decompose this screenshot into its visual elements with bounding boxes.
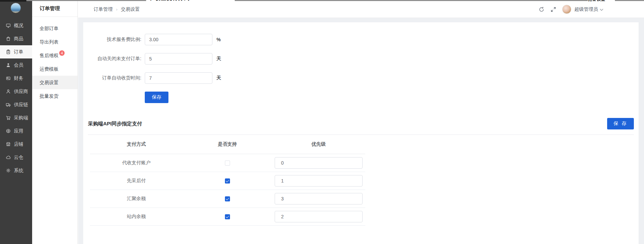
- top-edge-strip: [26, 0, 644, 1]
- submenu-item-export-list[interactable]: 导出列表: [32, 35, 77, 49]
- priority-input[interactable]: [275, 157, 363, 169]
- auto-receive-unit: 天: [216, 75, 221, 81]
- auto-close-label: 自动关闭未支付订单:: [88, 56, 141, 62]
- procurement-icon: [6, 115, 11, 120]
- payment-section-header: 采购端API同步指定支付 保 存: [88, 118, 634, 129]
- main-sidebar: 概况 商品 订单 会员: [0, 0, 32, 244]
- submenu-item-freight-template[interactable]: 运费模板: [32, 62, 77, 76]
- trade-settings-panel: 技术服务费比例: % 自动关闭未支付订单: 天 订单自动收货时间: 天 保存 采…: [83, 22, 639, 244]
- col-header-method: 支付方式: [90, 141, 183, 147]
- submenu-item-after-sales[interactable]: 售后维权4: [32, 49, 77, 62]
- dashboard-icon: [6, 23, 11, 28]
- app-window: 2、设置支付方式 佣金设置 概况 商品 订单: [0, 0, 644, 244]
- payment-method-label: 汇聚余额: [90, 196, 183, 202]
- supplier-icon: [6, 89, 11, 94]
- sidebar-item-cloud-warehouse[interactable]: 云仓: [0, 151, 32, 164]
- sidebar-item-overview[interactable]: 概况: [0, 19, 32, 32]
- fullscreen-icon[interactable]: [550, 6, 556, 13]
- system-icon: [6, 168, 11, 173]
- sidebar-item-members[interactable]: 会员: [0, 58, 32, 72]
- col-header-supported: 是否支持: [183, 141, 272, 147]
- table-row: 站内余额: [90, 208, 365, 226]
- save-settings-button[interactable]: 保存: [145, 92, 168, 103]
- service-fee-input[interactable]: [145, 34, 212, 45]
- supply-chain-icon: [6, 102, 11, 107]
- clipped-text-fragment: 2、设置支付方式: [146, 0, 235, 2]
- user-avatar[interactable]: [562, 5, 571, 14]
- priority-input[interactable]: [275, 175, 363, 187]
- sidebar-item-finance[interactable]: 财务: [0, 72, 32, 85]
- sidebar-item-orders[interactable]: 订单: [0, 45, 32, 58]
- main-nav: 概况 商品 订单 会员: [0, 19, 32, 177]
- finance-icon: [6, 76, 11, 81]
- chevron-down-icon[interactable]: [600, 6, 603, 13]
- submenu-title: 订单管理: [32, 0, 77, 17]
- cloud-icon: [6, 155, 11, 160]
- after-sales-count-badge: 4: [59, 50, 65, 56]
- col-header-priority: 优先级: [272, 141, 365, 147]
- payment-method-label: 代收支付账户: [90, 160, 183, 166]
- submenu-item-all-orders[interactable]: 全部订单: [32, 22, 77, 35]
- topbar-actions: 超级管理员: [538, 5, 603, 14]
- payment-section-title: 采购端API同步指定支付: [88, 121, 142, 127]
- clipped-text-fragment: 佣金设置: [588, 0, 615, 1]
- top-bar: 订单管理 › 交易设置 超级管理员: [78, 1, 644, 18]
- order-icon: [6, 49, 11, 54]
- sidebar-item-shop[interactable]: 店铺: [0, 138, 32, 151]
- table-row: 汇聚余额: [90, 190, 365, 208]
- auto-close-input[interactable]: [145, 53, 212, 65]
- refresh-icon[interactable]: [538, 6, 545, 13]
- goods-icon: [6, 36, 11, 41]
- auto-receive-input[interactable]: [145, 72, 212, 84]
- service-fee-label: 技术服务费比例:: [88, 36, 141, 43]
- sidebar-item-goods[interactable]: 商品: [0, 32, 32, 45]
- submenu-item-batch-shipping[interactable]: 批量发货: [32, 89, 77, 103]
- payment-methods-table: 支付方式 是否支持 优先级 代收支付账户 先采后付 汇聚余额 站内余额: [90, 135, 365, 226]
- payment-method-label: 先采后付: [90, 178, 183, 184]
- supported-checkbox[interactable]: [225, 161, 230, 166]
- sidebar-item-procurement[interactable]: 采购端: [0, 111, 32, 124]
- payment-method-label: 站内余额: [90, 214, 183, 220]
- table-header-row: 支付方式 是否支持 优先级: [90, 135, 365, 154]
- shop-icon: [6, 142, 11, 147]
- auto-close-unit: 天: [216, 56, 221, 62]
- sidebar-item-system[interactable]: 系统: [0, 164, 32, 177]
- priority-input[interactable]: [275, 193, 363, 204]
- submenu-item-trade-settings[interactable]: 交易设置: [32, 76, 77, 89]
- form-row-service-fee: 技术服务费比例: %: [88, 34, 634, 45]
- orders-submenu: 订单管理 全部订单 导出列表 售后维权4 运费模板 交易设置 批量发货: [32, 0, 78, 244]
- breadcrumb-orders[interactable]: 订单管理: [94, 6, 113, 13]
- top-edge-strip-dark: [0, 0, 26, 2]
- save-payment-button[interactable]: 保 存: [607, 118, 634, 129]
- submenu-divider: [32, 17, 77, 17]
- breadcrumb: 订单管理 › 交易设置: [94, 6, 140, 13]
- form-row-auto-receive: 订单自动收货时间: 天: [88, 72, 634, 84]
- apps-icon: [6, 128, 11, 133]
- priority-input[interactable]: [275, 211, 363, 222]
- sidebar-item-suppliers[interactable]: 供应商: [0, 85, 32, 98]
- sidebar-item-apps[interactable]: 应用: [0, 124, 32, 138]
- supported-checkbox[interactable]: [225, 196, 230, 201]
- breadcrumb-separator: ›: [116, 7, 117, 12]
- service-fee-unit: %: [216, 37, 221, 42]
- form-row-auto-close: 自动关闭未支付订单: 天: [88, 53, 634, 65]
- table-row: 先采后付: [90, 172, 365, 190]
- supported-checkbox[interactable]: [225, 214, 230, 219]
- table-row: 代收支付账户: [90, 154, 365, 172]
- auto-receive-label: 订单自动收货时间:: [88, 75, 141, 81]
- supported-checkbox[interactable]: [225, 178, 230, 184]
- member-icon: [6, 63, 11, 68]
- user-name[interactable]: 超级管理员: [574, 6, 598, 13]
- breadcrumb-trade-settings: 交易设置: [121, 6, 140, 13]
- sidebar-item-supply-chain[interactable]: 供应链: [0, 98, 32, 111]
- workspace-avatar[interactable]: [10, 3, 21, 13]
